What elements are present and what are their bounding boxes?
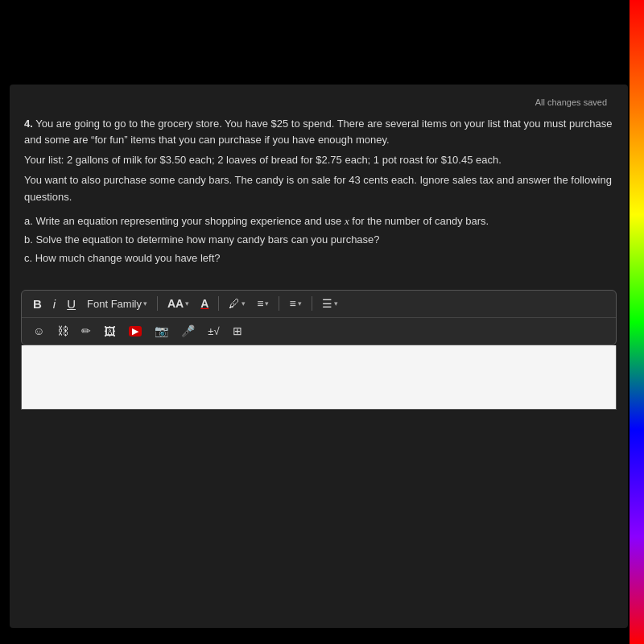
question-area: All changes saved 4. You are going to go…	[10, 85, 628, 280]
youtube-button[interactable]: ▶	[126, 324, 145, 338]
sub-questions: a. Write an equation representing your s…	[24, 213, 613, 266]
table-icon: ⊞	[233, 324, 242, 337]
font-color-button[interactable]: A	[197, 295, 212, 312]
emoji-button[interactable]: ☺	[30, 323, 47, 339]
indent-list-icon: ≡	[289, 297, 295, 310]
highlight-dropdown-arrow: ▾	[242, 299, 246, 308]
question-paragraph2: Your list: 2 gallons of milk for $3.50 e…	[24, 152, 613, 169]
font-size-dropdown-arrow: ▾	[185, 299, 189, 308]
sub-question-a: a. Write an equation representing your s…	[24, 213, 613, 230]
video-icon: 📷	[155, 324, 168, 337]
sub-question-b: b. Solve the equation to determine how m…	[24, 232, 613, 249]
underline-button[interactable]: U	[64, 295, 79, 312]
video-button[interactable]: 📷	[151, 323, 171, 339]
toolbar-separator-2	[218, 296, 219, 311]
sub-question-c: c. How much change would you have left?	[24, 250, 613, 267]
font-family-dropdown-arrow: ▾	[143, 299, 147, 308]
toolbar-separator-3	[279, 296, 279, 311]
align-dropdown-arrow: ▾	[265, 299, 269, 308]
font-color-icon: A	[200, 297, 208, 310]
youtube-icon: ▶	[129, 326, 142, 336]
font-size-button[interactable]: AA ▾	[164, 295, 192, 312]
highlight-button[interactable]: 🖊 ▾	[225, 295, 249, 312]
toolbar-row2: ☺ ⛓ ✏ 🖼 ▶ 📷 🎤 ±√	[22, 318, 616, 345]
align-button[interactable]: ≡ ▾	[254, 295, 272, 312]
saved-status: All changes saved	[24, 93, 613, 113]
font-family-button[interactable]: Font Family ▾	[84, 296, 151, 312]
toolbar-separator-4	[312, 296, 312, 311]
highlight-icon: 🖊	[229, 297, 240, 310]
font-size-label: AA	[167, 297, 184, 310]
image-button[interactable]: 🖼	[101, 323, 119, 340]
image-icon: 🖼	[104, 324, 116, 338]
editor-toolbar: B i U Font Family ▾ AA ▾ A 🖊 ▾ ≡	[21, 290, 617, 345]
align-icon: ≡	[257, 297, 263, 310]
link-button[interactable]: ⛓	[54, 323, 72, 339]
link-icon: ⛓	[57, 324, 68, 337]
main-content-area: All changes saved 4. You are going to go…	[10, 85, 628, 628]
editor-body[interactable]	[21, 345, 617, 410]
bullet-list-dropdown-arrow: ▾	[334, 299, 338, 308]
pencil-icon: ✏	[81, 324, 91, 337]
rainbow-sidebar	[630, 0, 644, 644]
indent-list-dropdown-arrow: ▾	[298, 299, 302, 308]
bullet-list-button[interactable]: ☰ ▾	[319, 295, 341, 312]
bold-button[interactable]: B	[30, 295, 45, 312]
question-text: 4. You are going to go to the grocery st…	[24, 116, 613, 206]
italic-button[interactable]: i	[50, 295, 59, 312]
table-button[interactable]: ⊞	[229, 323, 246, 339]
emoji-icon: ☺	[33, 324, 44, 337]
question-paragraph3: You want to also purchase some candy bar…	[24, 172, 613, 206]
pencil-button[interactable]: ✏	[78, 323, 94, 339]
math-icon: ±√	[208, 325, 219, 337]
indent-list-button[interactable]: ≡ ▾	[286, 295, 304, 312]
question-number: 4.	[24, 118, 33, 130]
mic-icon: 🎤	[181, 324, 195, 337]
toolbar-separator-1	[157, 296, 158, 311]
bullet-list-icon: ☰	[322, 297, 332, 310]
question-paragraph1: You are going to go to the grocery store…	[24, 118, 612, 147]
font-family-label: Font Family	[87, 298, 142, 310]
toolbar-row1: B i U Font Family ▾ AA ▾ A 🖊 ▾ ≡	[22, 291, 616, 318]
math-button[interactable]: ±√	[204, 324, 222, 339]
mic-button[interactable]: 🎤	[178, 323, 198, 339]
